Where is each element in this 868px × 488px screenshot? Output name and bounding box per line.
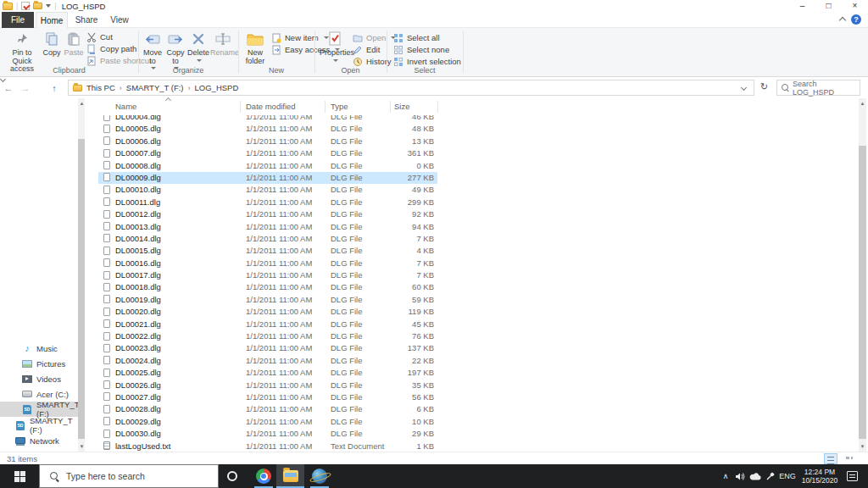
file-type: DLG File: [331, 185, 362, 194]
file-row[interactable]: DL00027.dlg1/1/2011 11:00 AMDLG File56 K…: [85, 391, 868, 403]
copy-button[interactable]: Copy: [41, 30, 63, 58]
nav-scroll-up-icon[interactable]: ▲: [78, 98, 85, 108]
minimize-button[interactable]: –: [789, 0, 815, 12]
copy-path-button[interactable]: Copy path: [86, 43, 136, 54]
forward-icon[interactable]: →: [17, 83, 34, 93]
nav-scroll-thumb[interactable]: [78, 139, 85, 439]
sidebar-item-videos[interactable]: Videos: [0, 371, 78, 386]
file-date-modified: 1/1/2011 11:00 AM: [246, 368, 312, 377]
file-row[interactable]: DL00016.dlg1/1/2011 11:00 AMDLG File7 KB: [85, 258, 868, 269]
list-scroll-up-icon[interactable]: ▲: [859, 98, 866, 108]
refresh-icon[interactable]: ↻: [760, 81, 768, 92]
qat-customize-dropdown-icon[interactable]: [46, 4, 51, 8]
tab-file[interactable]: File: [2, 12, 34, 28]
file-size: 7 KB: [375, 270, 434, 280]
list-scroll-down-icon[interactable]: ▼: [859, 441, 866, 452]
nav-scrollbar[interactable]: ▲ ▼: [78, 98, 85, 452]
file-row[interactable]: DL00022.dlg1/1/2011 11:00 AMDLG File76 K…: [85, 330, 868, 342]
select-none-button[interactable]: Select none: [393, 44, 449, 55]
cortana-button[interactable]: [222, 464, 242, 488]
file-row[interactable]: DL00029.dlg1/1/2011 11:00 AMDLG File10 K…: [85, 416, 868, 428]
file-row[interactable]: lastLogUsed.txt1/1/2011 11:00 AMText Doc…: [85, 441, 868, 452]
close-button[interactable]: ×: [842, 0, 868, 12]
qat-new-folder-icon[interactable]: [33, 3, 42, 9]
list-scrollbar[interactable]: ▲ ▼: [859, 98, 866, 452]
taskbar-search-input[interactable]: Type here to search: [39, 464, 219, 488]
file-row[interactable]: DL00008.dlg1/1/2011 11:00 AMDLG File0 KB: [85, 160, 868, 172]
file-row[interactable]: DL00014.dlg1/1/2011 11:00 AMDLG File7 KB: [85, 233, 868, 245]
file-date-modified: 1/1/2011 11:00 AM: [246, 161, 312, 170]
sidebar-item-network[interactable]: Network: [0, 433, 78, 448]
recent-locations-icon[interactable]: [34, 83, 46, 93]
tab-view[interactable]: View: [105, 12, 134, 28]
edit-button[interactable]: Edit: [353, 44, 380, 55]
file-row[interactable]: DL00030.dlg1/1/2011 11:00 AMDLG File29 K…: [85, 428, 868, 440]
file-row[interactable]: DL00028.dlg1/1/2011 11:00 AMDLG File6 KB: [85, 403, 868, 415]
chrome-taskbar-button[interactable]: [251, 464, 276, 488]
file-explorer-taskbar-button[interactable]: [276, 464, 304, 488]
tab-share[interactable]: Share: [71, 12, 102, 28]
column-header-date[interactable]: Date modified: [246, 102, 296, 111]
file-row[interactable]: DL00007.dlg1/1/2011 11:00 AMDLG File361 …: [85, 147, 868, 159]
select-all-button[interactable]: Select all: [393, 32, 440, 43]
file-row[interactable]: DL00005.dlg1/1/2011 11:00 AMDLG File48 K…: [85, 123, 868, 135]
column-header-name[interactable]: Name: [115, 102, 136, 111]
file-type: DLG File: [331, 295, 362, 304]
clock[interactable]: 12:24 PM 10/15/2020: [799, 464, 840, 488]
breadcrumb-drive[interactable]: SMARTY_T (F:): [126, 83, 184, 92]
file-row[interactable]: DL00015.dlg1/1/2011 11:00 AMDLG File4 KB: [85, 245, 868, 257]
action-center-button[interactable]: [842, 464, 862, 488]
sidebar-item-smarty-t-f-[interactable]: SDSMARTY_T (F:): [0, 418, 78, 433]
onedrive-button[interactable]: [748, 464, 763, 488]
rename-button[interactable]: Rename: [210, 30, 236, 58]
cut-button[interactable]: Cut: [86, 31, 113, 42]
file-row[interactable]: DL00021.dlg1/1/2011 11:00 AMDLG File45 K…: [85, 319, 868, 330]
sidebar-item-smarty-t-f-[interactable]: SDSMARTY_T (F:): [0, 402, 78, 417]
breadcrumb[interactable]: This PC › SMARTY_T (F:) › LOG_HSPD: [68, 80, 754, 96]
file-row[interactable]: DL00004.dlg1/1/2011 11:00 AMDLG File46 K…: [85, 115, 868, 123]
file-row[interactable]: DL00009.dlg1/1/2011 11:00 AMDLG File277 …: [85, 172, 868, 184]
file-row[interactable]: DL00012.dlg1/1/2011 11:00 AMDLG File92 K…: [85, 208, 868, 220]
paste-button[interactable]: Paste: [63, 30, 85, 58]
file-row[interactable]: DL00026.dlg1/1/2011 11:00 AMDLG File35 K…: [85, 380, 868, 391]
volume-button[interactable]: [732, 464, 748, 488]
icons-view-button[interactable]: [843, 453, 856, 464]
column-header-type[interactable]: Type: [331, 102, 348, 111]
maximize-button[interactable]: □: [815, 0, 842, 12]
file-row[interactable]: DL00023.dlg1/1/2011 11:00 AMDLG File137 …: [85, 342, 868, 354]
file-row[interactable]: DL00010.dlg1/1/2011 11:00 AMDLG File49 K…: [85, 184, 868, 196]
details-view-button[interactable]: [824, 453, 837, 464]
help-icon[interactable]: ?: [851, 14, 861, 25]
open-button[interactable]: Open: [353, 32, 396, 43]
column-header-size[interactable]: Size: [394, 102, 409, 111]
file-row[interactable]: DL00013.dlg1/1/2011 11:00 AMDLG File94 K…: [85, 221, 868, 233]
app-taskbar-button[interactable]: [307, 464, 332, 488]
up-icon[interactable]: ↑: [46, 83, 63, 93]
properties-button[interactable]: Properties: [320, 30, 350, 65]
tab-home[interactable]: Home: [36, 12, 68, 28]
language-indicator[interactable]: ENG: [776, 464, 798, 488]
new-folder-button[interactable]: New folder: [242, 30, 268, 65]
file-row[interactable]: DL00025.dlg1/1/2011 11:00 AMDLG File197 …: [85, 367, 868, 379]
file-row[interactable]: DL00006.dlg1/1/2011 11:00 AMDLG File13 K…: [85, 136, 868, 147]
show-hidden-icons-button[interactable]: ∧: [719, 464, 732, 488]
file-row[interactable]: DL00019.dlg1/1/2011 11:00 AMDLG File59 K…: [85, 294, 868, 306]
file-row[interactable]: DL00017.dlg1/1/2011 11:00 AMDLG File7 KB: [85, 269, 868, 281]
breadcrumb-this-pc[interactable]: This PC: [86, 83, 115, 92]
list-scroll-thumb[interactable]: [859, 146, 866, 439]
breadcrumb-folder[interactable]: LOG_HSPD: [195, 83, 239, 92]
address-dropdown-icon[interactable]: [741, 86, 747, 90]
sidebar-item-music[interactable]: ♪Music: [0, 341, 78, 356]
back-icon[interactable]: ←: [0, 83, 17, 93]
sidebar-item-pictures[interactable]: Pictures: [0, 356, 78, 371]
delete-button[interactable]: Delete: [187, 30, 209, 65]
file-row[interactable]: DL00018.dlg1/1/2011 11:00 AMDLG File60 K…: [85, 281, 868, 293]
start-button[interactable]: [0, 464, 39, 488]
file-row[interactable]: DL00011.dlg1/1/2011 11:00 AMDLG File299 …: [85, 197, 868, 208]
file-row[interactable]: DL00024.dlg1/1/2011 11:00 AMDLG File22 K…: [85, 355, 868, 367]
nav-scroll-down-icon[interactable]: ▼: [78, 441, 85, 452]
search-input[interactable]: Search LOG_HSPD: [776, 80, 860, 96]
file-row[interactable]: DL00020.dlg1/1/2011 11:00 AMDLG File119 …: [85, 306, 868, 318]
collapse-ribbon-icon[interactable]: [839, 15, 846, 22]
qat-properties-icon[interactable]: [21, 2, 30, 10]
